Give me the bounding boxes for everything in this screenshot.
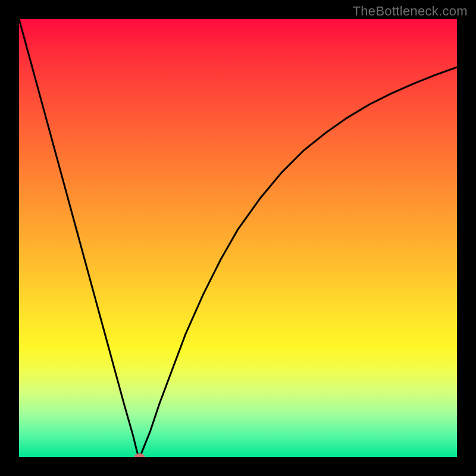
chart-svg [19,19,457,457]
watermark-text: TheBottleneck.com [353,4,468,19]
chart-frame: TheBottleneck.com [0,0,476,476]
bottleneck-curve [19,19,457,457]
chart-plot-area [19,19,457,457]
optimal-point-marker [134,453,145,457]
